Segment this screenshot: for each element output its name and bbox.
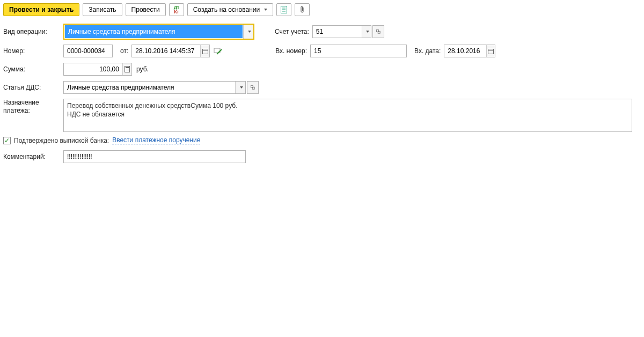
- operation-type-field[interactable]: Личные средства предпринимателя: [63, 24, 254, 40]
- in-date-input[interactable]: [444, 45, 486, 57]
- post-and-close-button[interactable]: Провести и закрыть: [3, 3, 79, 16]
- open-icon: [376, 29, 380, 34]
- calendar-icon: [202, 48, 208, 54]
- comment-field[interactable]: [63, 150, 246, 163]
- posted-status-icon: [212, 46, 224, 56]
- confirmed-label: Подтверждено выпиской банка:: [14, 137, 109, 144]
- paperclip-icon: [299, 6, 305, 13]
- calculator-button[interactable]: [122, 63, 131, 75]
- amount-input[interactable]: [64, 63, 122, 75]
- number-input[interactable]: [64, 45, 112, 57]
- record-button[interactable]: Записать: [83, 3, 122, 16]
- calendar-button[interactable]: [200, 45, 209, 57]
- dds-input[interactable]: [64, 82, 235, 93]
- in-date-field[interactable]: [444, 45, 495, 57]
- datetime-input[interactable]: [132, 45, 200, 57]
- check-icon: ✓: [4, 138, 10, 143]
- open-button[interactable]: [372, 25, 384, 38]
- purpose-textarea[interactable]: Перевод собственных денежных средствСумм…: [63, 99, 632, 132]
- attachment-button[interactable]: [295, 3, 310, 16]
- dropdown-button[interactable]: [362, 26, 371, 38]
- dtkt-button[interactable]: ДтКт: [169, 3, 184, 16]
- number-label: Номер:: [3, 47, 63, 55]
- number-field[interactable]: [63, 45, 113, 57]
- datetime-field[interactable]: [131, 45, 210, 57]
- in-number-field[interactable]: [310, 45, 407, 57]
- report-button[interactable]: [276, 3, 291, 16]
- account-field[interactable]: [312, 25, 371, 38]
- operation-type-label: Вид операции:: [3, 28, 63, 35]
- dropdown-button[interactable]: [243, 25, 253, 39]
- in-number-label: Вх. номер:: [268, 47, 310, 55]
- confirmed-checkbox[interactable]: ✓: [3, 137, 11, 144]
- amount-field[interactable]: [63, 63, 132, 76]
- document-icon: [281, 6, 287, 13]
- amount-label: Сумма:: [3, 65, 63, 73]
- toolbar: Провести и закрыть Записать Провести ДтК…: [3, 3, 641, 16]
- svg-rect-4: [376, 30, 378, 32]
- enter-payment-order-link[interactable]: Ввести платежное поручение: [112, 136, 200, 144]
- account-input[interactable]: [313, 26, 362, 38]
- chevron-down-icon: [366, 31, 369, 33]
- svg-rect-12: [126, 67, 129, 68]
- calendar-icon: [488, 48, 494, 54]
- dropdown-button[interactable]: [235, 82, 245, 93]
- purpose-label: Назначение платежа:: [3, 99, 63, 115]
- svg-rect-6: [202, 49, 208, 54]
- currency-label: руб.: [132, 65, 152, 73]
- chevron-down-icon: [248, 31, 251, 33]
- comment-label: Комментарий:: [3, 153, 63, 160]
- chevron-down-icon: [240, 86, 243, 89]
- operation-type-value: Личные средства предпринимателя: [65, 25, 243, 38]
- calendar-button[interactable]: [486, 45, 495, 57]
- svg-rect-13: [251, 85, 253, 87]
- create-based-on-button[interactable]: Создать на основании: [187, 3, 274, 16]
- open-button[interactable]: [247, 81, 259, 94]
- post-button[interactable]: Провести: [126, 3, 166, 16]
- in-number-input[interactable]: [311, 45, 406, 57]
- chevron-down-icon: [264, 9, 267, 11]
- svg-rect-14: [252, 87, 254, 89]
- svg-rect-9: [488, 49, 494, 54]
- dds-label: Статья ДДС:: [3, 84, 63, 91]
- from-label: от:: [113, 47, 131, 55]
- account-label: Счет учета:: [267, 28, 312, 35]
- dds-field[interactable]: [63, 81, 246, 94]
- comment-input[interactable]: [64, 151, 245, 163]
- dtkt-icon: ДтКт: [174, 5, 179, 14]
- open-icon: [251, 85, 255, 90]
- svg-rect-5: [378, 31, 380, 33]
- calculator-icon: [125, 66, 130, 72]
- in-date-label: Вх. дата:: [407, 47, 444, 55]
